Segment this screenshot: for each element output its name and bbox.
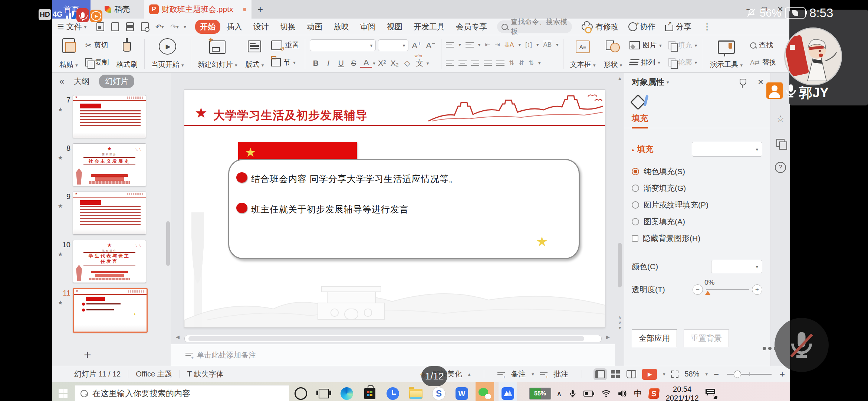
increase-font-button[interactable]: A⁺ [411, 41, 423, 50]
more-options-dots-icon[interactable] [763, 347, 777, 350]
add-slide-button[interactable]: + [84, 348, 91, 362]
zoom-out-button[interactable]: − [714, 369, 719, 379]
slideshow-play-button[interactable]: ▶ [642, 369, 657, 380]
ribbon-tab-transition[interactable]: 切换 [275, 20, 300, 34]
transparency-slider[interactable] [706, 289, 749, 290]
fill-button[interactable]: 填充 ▾ [667, 40, 699, 51]
text-direction-icon[interactable]: ⇊A [504, 41, 514, 49]
italic-button[interactable]: I [322, 59, 334, 68]
slide-thumbnail-10[interactable]: 10 ★ ★ ㄟㄟ 第五部分 学生代表与班主任发言 [73, 240, 167, 283]
tray-volume-icon[interactable] [618, 389, 627, 398]
meeting-button[interactable] [499, 382, 517, 401]
scroll-left-icon[interactable]: ◀ [176, 334, 180, 340]
horizontal-scrollbar[interactable] [184, 335, 602, 342]
arrange-button[interactable]: 排列 ▾ [628, 57, 663, 68]
tray-clock[interactable]: 20:54 2021/1/12 [666, 385, 699, 401]
replace-button[interactable]: A⇄替换 [749, 57, 778, 68]
slide-canvas[interactable]: ★ 大学学习生活及初步发展辅导 ★ 结合班会内容 同学分享大学学习生活适应情况等… [184, 90, 605, 327]
collapse-section-icon[interactable]: ▴ [632, 147, 634, 152]
indent-icon[interactable]: ⇥ [495, 41, 500, 49]
slide-sorter-view-button[interactable] [611, 370, 621, 378]
zoom-in-button[interactable]: + [780, 369, 785, 379]
outdent-icon[interactable]: ⇤ [485, 41, 490, 49]
ribbon-tab-design[interactable]: 设计 [249, 20, 274, 34]
subscript-button[interactable]: X₂ [389, 59, 401, 68]
fill-type-select[interactable]: ▾ [692, 142, 762, 157]
slide-thumbnail-9[interactable]: 9 ★ [73, 192, 167, 235]
slide-thumbnail-11-selected[interactable]: 11 ★ ★ [73, 288, 167, 333]
notification-center-icon[interactable] [706, 389, 717, 398]
ribbon-tab-view[interactable]: 视图 [382, 20, 407, 34]
slide-title[interactable]: 大学学习生活及初步发展辅导 [213, 108, 368, 123]
bold-button[interactable]: B [310, 59, 322, 68]
pin-panel-icon[interactable] [740, 79, 746, 85]
font-size-select[interactable]: ▾ [378, 39, 408, 51]
recorder-float-icon[interactable] [76, 8, 89, 22]
file-explorer-button[interactable] [407, 382, 425, 401]
align-text-icon[interactable]: [↕] [525, 41, 532, 49]
copy-button[interactable]: 复制 [84, 57, 111, 68]
start-button[interactable] [59, 389, 68, 398]
new-tab-button[interactable]: + [251, 0, 269, 19]
store-button[interactable] [361, 382, 379, 401]
phonetic-guide-button[interactable]: wén文 [414, 58, 426, 68]
underline-button[interactable]: U [335, 59, 347, 68]
align-left-icon[interactable] [446, 60, 454, 66]
print-preview-button[interactable] [139, 22, 150, 32]
save-button[interactable] [95, 22, 106, 32]
close-panel-button[interactable]: ✕ [757, 78, 764, 87]
modified-status[interactable]: 有修改 [582, 22, 619, 32]
ribbon-tab-insert[interactable]: 插入 [222, 20, 247, 34]
section-button[interactable]: 节 ▾ [270, 57, 300, 68]
ribbon-tab-home[interactable]: 开始 [195, 20, 220, 34]
font-color-button[interactable]: A [360, 58, 372, 68]
format-painter-button[interactable]: 格式刷 [114, 37, 140, 71]
color-select[interactable]: ▾ [711, 260, 762, 273]
zoom-slider-knob[interactable] [734, 371, 741, 378]
reading-view-button[interactable] [627, 370, 636, 378]
more-menu-button[interactable]: ⋮ [703, 22, 711, 32]
bullets-icon[interactable] [446, 42, 454, 48]
vertical-scroll-thumb[interactable] [618, 243, 622, 287]
paste-button[interactable]: 粘贴 ▾ [57, 37, 80, 71]
scroll-down-icon[interactable]: ▼ [618, 326, 622, 330]
apply-all-button[interactable]: 全部应用 [632, 329, 677, 347]
notes-button[interactable]: 备注 [511, 369, 526, 379]
share-button[interactable]: 分享 [665, 22, 691, 32]
notes-input[interactable]: 单击此处添加备注 [171, 344, 615, 366]
fill-tab[interactable]: 填充 [632, 113, 648, 128]
tray-expand-icon[interactable]: ∧ [556, 389, 562, 398]
ribbon-tab-slideshow[interactable]: 放映 [329, 20, 354, 34]
battery-widget[interactable]: 55% [529, 388, 551, 400]
superscript-button[interactable]: X² [376, 59, 388, 68]
collaborate-button[interactable]: 协作 [628, 22, 655, 32]
solid-fill-radio[interactable]: 纯色填充(S) [632, 166, 770, 177]
paragraph-spacing-icon[interactable]: ⇵ [519, 59, 524, 67]
transparency-decrease-button[interactable]: − [693, 284, 703, 295]
tray-mic-icon[interactable] [569, 388, 577, 399]
thumbnail-scrollbar[interactable] [166, 221, 170, 266]
reset-button[interactable]: 重置 [270, 40, 300, 51]
scroll-right-icon[interactable]: ▶ [606, 334, 610, 340]
zoom-slider[interactable] [727, 374, 772, 375]
edge-button[interactable] [338, 382, 356, 401]
task-view-button[interactable] [315, 382, 333, 401]
cut-button[interactable]: ✂剪切 [84, 40, 111, 51]
next-slide-button[interactable]: ∨ [618, 320, 622, 325]
line-spacing-icon[interactable]: ⇅ [509, 59, 514, 67]
theme-name[interactable]: Office 主题 [136, 369, 172, 379]
redo-button[interactable]: ↷▾ [169, 22, 180, 32]
video-app-float-icon[interactable]: ▶ [90, 10, 102, 22]
panels-icon[interactable] [776, 139, 785, 147]
print-button[interactable] [124, 22, 135, 32]
quickbar-customize-button[interactable]: ▾ [184, 24, 186, 30]
help-icon[interactable]: ? [775, 162, 786, 173]
ime-indicator[interactable]: 中 [634, 388, 642, 399]
decrease-font-button[interactable]: A⁻ [425, 41, 437, 50]
bullet-text-1[interactable]: 结合班会内容 同学分享大学学习生活适应情况等。 [251, 173, 458, 185]
favorites-icon[interactable]: ☆ [776, 114, 785, 124]
previous-slide-button[interactable]: ∧ [618, 315, 622, 320]
slide-thumbnail-7[interactable]: 7 ★ [73, 95, 167, 138]
scroll-up-icon[interactable]: ▲ [618, 76, 622, 81]
row-spacing-icon[interactable]: ⇅ [529, 59, 534, 67]
